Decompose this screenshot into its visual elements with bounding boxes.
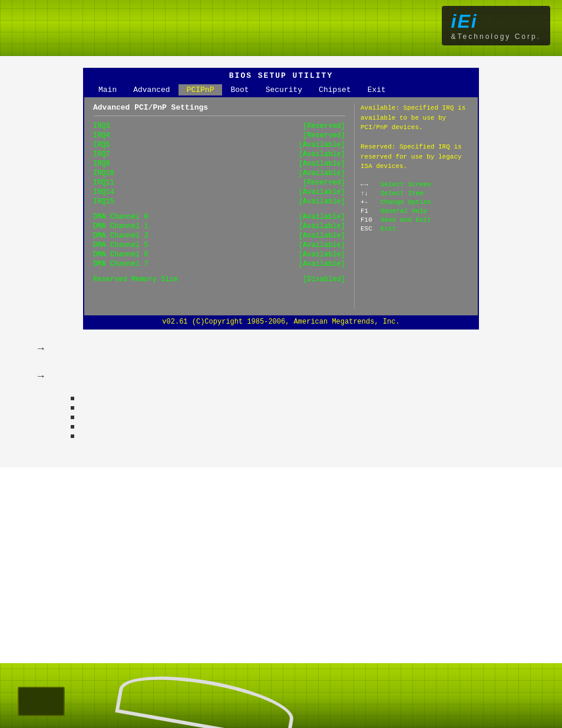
key-lr-arrows: ←→ [361, 181, 377, 188]
bullet-dot-2 [71, 406, 74, 410]
table-row[interactable]: IRQ9 [Available] [93, 160, 345, 168]
row-label-dma3: DMA Channel 3 [93, 232, 148, 240]
list-item [71, 434, 527, 438]
list-item [71, 425, 527, 429]
table-row[interactable]: DMA Channel 1 [Available] [93, 222, 345, 230]
menu-item-exit[interactable]: Exit [359, 84, 394, 95]
key-f1-desc: General Help [381, 207, 427, 215]
logo-area: iEi &Technology Corp. [442, 6, 550, 45]
table-row[interactable]: DMA Channel 7 [Available] [93, 260, 345, 268]
row-value-dma6: [Available] [299, 251, 345, 259]
bios-left-panel: Advanced PCI/PnP Settings IRQ3 [Reserved… [90, 103, 348, 309]
bottom-cable [115, 666, 297, 728]
table-row[interactable]: IRQ11 [Reserved] [93, 179, 345, 187]
key-lr-desc: Select Screen [381, 181, 431, 188]
table-row[interactable]: DMA Channel 5 [Available] [93, 241, 345, 249]
bios-footer: v02.61 (C)Copyright 1985-2006, American … [84, 315, 478, 328]
bios-copyright: v02.61 (C)Copyright 1985-2006, American … [162, 318, 399, 326]
table-row[interactable]: IRQ7 [Available] [93, 150, 345, 159]
row-label-reserved-mem: Reserved Memory Size [93, 275, 178, 284]
menu-item-pciplug[interactable]: PCIPnP [178, 84, 223, 95]
row-value-irq3: [Reserved] [303, 122, 345, 130]
key-ud-arrows: ↑↓ [361, 190, 377, 197]
row-value-irq14: [Available] [299, 188, 345, 196]
row-label-dma0: DMA Channel 0 [93, 213, 148, 221]
table-row[interactable]: IRQ5 [Available] [93, 141, 345, 149]
table-row[interactable]: IRQ15 [Available] [93, 197, 345, 206]
key-plusminus-desc: Change Option [381, 199, 431, 206]
keybind-row: ↑↓ Select Item [361, 190, 472, 197]
row-value-irq15: [Available] [299, 197, 345, 206]
row-label-dma1: DMA Channel 1 [93, 222, 148, 230]
bios-body: Advanced PCI/PnP Settings IRQ3 [Reserved… [84, 97, 478, 315]
table-row[interactable]: Reserved Memory Size [Disabled] [93, 275, 345, 284]
bios-title: BIOS SETUP UTILITY [229, 71, 333, 80]
key-f1: F1 [361, 207, 377, 215]
bullet-dot-5 [71, 434, 74, 438]
keybind-row: ESC Exit [361, 225, 472, 232]
row-value-dma5: [Available] [299, 241, 345, 249]
bios-help-text: Available: Specified IRQ is available to… [361, 103, 472, 172]
keybind-row: F1 General Help [361, 207, 472, 215]
row-value-dma0: [Available] [299, 213, 345, 221]
bios-title-bar: BIOS SETUP UTILITY [84, 69, 478, 83]
key-esc-desc: Exit [381, 225, 396, 232]
row-label-dma7: DMA Channel 7 [93, 260, 148, 268]
key-f10-desc: Save and Exit [381, 216, 431, 223]
row-value-irq10: [Available] [299, 169, 345, 177]
key-ud-desc: Select Item [381, 190, 424, 197]
row-label-irq4: IRQ4 [93, 131, 110, 140]
bullet-dot-1 [71, 397, 74, 400]
arrow-item-2: → [35, 369, 527, 383]
bios-keybind-section: ←→ Select Screen ↑↓ Select Item +- Chang… [361, 181, 472, 232]
arrow-item-1: → [35, 341, 527, 355]
section-title: Advanced PCI/PnP Settings [93, 103, 345, 112]
row-label-irq9: IRQ9 [93, 160, 110, 168]
menu-item-security[interactable]: Security [257, 84, 310, 95]
menu-item-boot[interactable]: Boot [222, 84, 257, 95]
row-label-irq5: IRQ5 [93, 141, 110, 149]
bios-menu-bar: Main Advanced PCIPnP Boot Security Chips… [84, 83, 478, 97]
main-content: BIOS SETUP UTILITY Main Advanced PCIPnP … [0, 56, 562, 467]
bios-right-panel: Available: Specified IRQ is available to… [354, 103, 472, 309]
logo-text: iEi [451, 11, 541, 32]
row-label-irq15: IRQ15 [93, 197, 114, 206]
row-value-irq11: [Reserved] [303, 179, 345, 187]
row-value-dma1: [Available] [299, 222, 345, 230]
row-value-dma7: [Available] [299, 260, 345, 268]
menu-item-main[interactable]: Main [90, 84, 125, 95]
table-row[interactable]: DMA Channel 0 [Available] [93, 213, 345, 221]
key-esc: ESC [361, 225, 377, 232]
bullet-list [71, 397, 527, 438]
bios-window: BIOS SETUP UTILITY Main Advanced PCIPnP … [83, 68, 479, 330]
keybind-row: F10 Save and Exit [361, 216, 472, 223]
row-label-irq14: IRQ14 [93, 188, 114, 196]
row-label-irq3: IRQ3 [93, 122, 110, 130]
arrow-icon-2: → [35, 370, 46, 383]
logo-sub: &Technology Corp. [451, 32, 541, 41]
bios-divider [93, 116, 345, 116]
row-label-irq7: IRQ7 [93, 150, 110, 159]
key-f10: F10 [361, 216, 377, 223]
key-plusminus: +- [361, 199, 377, 206]
arrow-icon-1: → [35, 342, 46, 355]
top-banner: iEi &Technology Corp. [0, 0, 562, 56]
menu-item-chipset[interactable]: Chipset [310, 84, 359, 95]
table-row[interactable]: IRQ4 [Reserved] [93, 131, 345, 140]
keybind-row: +- Change Option [361, 199, 472, 206]
row-label-dma5: DMA Channel 5 [93, 241, 148, 249]
table-row[interactable]: DMA Channel 6 [Available] [93, 251, 345, 259]
bullet-dot-3 [71, 416, 74, 419]
table-row[interactable]: IRQ14 [Available] [93, 188, 345, 196]
bullet-dot-4 [71, 425, 74, 429]
table-row[interactable]: IRQ10 [Available] [93, 169, 345, 177]
table-row[interactable]: DMA Channel 3 [Available] [93, 232, 345, 240]
logo-iei: iEi [451, 11, 478, 32]
menu-item-advanced[interactable]: Advanced [125, 84, 178, 95]
table-row[interactable]: IRQ3 [Reserved] [93, 122, 345, 130]
list-item [71, 406, 527, 410]
row-label-irq10: IRQ10 [93, 169, 114, 177]
keybind-row: ←→ Select Screen [361, 181, 472, 188]
text-content: → → [35, 330, 527, 456]
row-value-dma3: [Available] [299, 232, 345, 240]
